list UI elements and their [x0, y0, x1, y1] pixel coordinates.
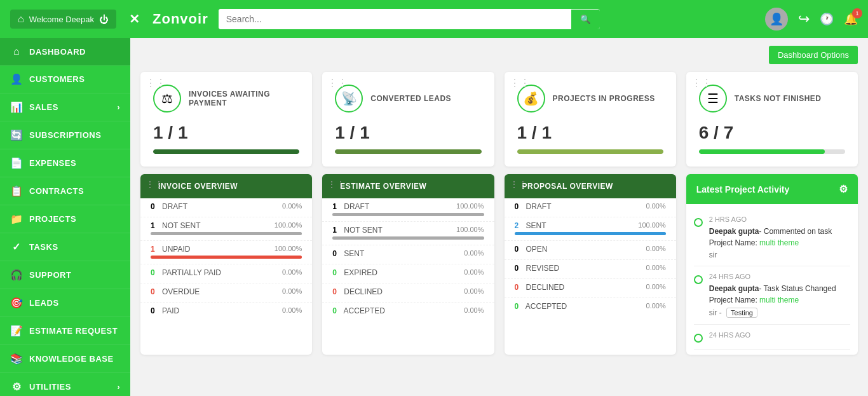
- project-link[interactable]: multi theme: [759, 238, 799, 247]
- notification-badge: 1: [852, 8, 862, 18]
- sidebar-label-estimate: ESTIMATE REQUEST: [29, 326, 118, 336]
- overview-row-item: 0 DRAFT 0.00%: [140, 198, 312, 217]
- support-icon: 🎧: [10, 269, 23, 281]
- sidebar-item-contracts[interactable]: 📋 CONTRACTS: [0, 177, 130, 205]
- top-navigation: ⌂ Welcome Deepak ⏻ ✕ Zonvoir 🔍 👤 ↪ 🕐 🔔 1: [0, 0, 868, 38]
- overview-row-item: 0 OVERDUE 0.00%: [140, 283, 312, 303]
- sidebar-item-utilities[interactable]: ⚙ UTILITIES ›: [0, 373, 130, 396]
- search-icon: 🔍: [580, 15, 591, 24]
- clock-icon[interactable]: 🕐: [820, 12, 834, 26]
- sidebar-item-customers[interactable]: 👤 CUSTOMERS: [0, 65, 130, 93]
- drag-handle-tasks[interactable]: ⋮⋮: [691, 77, 712, 89]
- overview-row-item: 0 EXPIRED 0.00%: [322, 264, 494, 283]
- invoice-rows: 0 DRAFT 0.00% 1 NOT SENT 100.00%: [140, 198, 312, 321]
- estimate-overview-card: ⋮⋮ Estimate Overview 1 DRAFT 100.00% 1: [322, 174, 494, 355]
- overview-row-item: 0 PAID 0.00%: [140, 303, 312, 321]
- sidebar-label-customers: CUSTOMERS: [29, 74, 85, 84]
- activity-time: 24 HRS AGO: [709, 331, 850, 339]
- activity-content: 24 HRS AGO Deepak gupta- Task Status Cha…: [709, 273, 850, 318]
- avatar[interactable]: 👤: [765, 8, 788, 31]
- overview-row-item: 0 DECLINED 0.00%: [505, 279, 676, 298]
- sidebar-label-knowledge: KNOWLEDGE BASE: [29, 354, 114, 364]
- sidebar-item-subscriptions[interactable]: 🔄 SUBSCRIPTIONS: [0, 121, 130, 149]
- sales-arrow-icon: ›: [118, 103, 121, 112]
- overview-row-item: 0 ACCEPTED 0.00%: [505, 298, 676, 317]
- share-icon[interactable]: ↪: [798, 11, 810, 27]
- notification-icon[interactable]: 🔔 1: [844, 12, 858, 26]
- close-icon[interactable]: ✕: [129, 11, 140, 27]
- nav-icons: 👤 ↪ 🕐 🔔 1: [765, 8, 858, 31]
- activity-settings-icon[interactable]: ⚙: [839, 183, 848, 195]
- sidebar-label-tasks: TASKS: [29, 242, 58, 252]
- drag-handle-invoice[interactable]: ⋮⋮: [146, 179, 163, 189]
- overview-row-item: 0 DRAFT 0.00%: [505, 198, 676, 217]
- overview-row-item: 0 ACCEPTED 0.00%: [322, 303, 494, 321]
- sidebar-item-dashboard[interactable]: ⌂ DASHBOARD: [0, 38, 130, 65]
- sidebar-item-leads[interactable]: 🎯 LEADS: [0, 289, 130, 317]
- activity-content: 2 HRS AGO Deepak gupta- Commented on tas…: [709, 215, 850, 259]
- welcome-section[interactable]: ⌂ Welcome Deepak ⏻: [10, 10, 116, 29]
- tasks-label: TASKS NOT FINISHED: [735, 94, 822, 103]
- invoices-bar: [153, 149, 299, 154]
- drag-handle-estimate[interactable]: ⋮⋮: [327, 179, 345, 189]
- activity-item: 2 HRS AGO Deepak gupta- Commented on tas…: [694, 209, 850, 266]
- overview-row-item: 2 SENT 100.00%: [505, 217, 676, 241]
- sidebar-label-support: SUPPORT: [29, 270, 71, 280]
- estimate-overview-header: Estimate Overview: [322, 174, 494, 198]
- sidebar-item-sales[interactable]: 📊 SALES ›: [0, 93, 130, 121]
- welcome-label: Welcome Deepak: [29, 15, 94, 24]
- timeline-dot: [694, 334, 703, 343]
- brand-name: Zonvoir: [153, 11, 208, 27]
- sidebar-item-support[interactable]: 🎧 SUPPORT: [0, 261, 130, 289]
- stat-cards-grid: ⋮⋮ ⚖ INVOICES AWAITING PAYMENT 1 / 1 ⋮⋮ …: [130, 64, 868, 174]
- activity-time: 2 HRS AGO: [709, 215, 850, 223]
- tasks-icon: ✓: [10, 241, 23, 253]
- drag-handle-invoices[interactable]: ⋮⋮: [146, 77, 166, 89]
- home-icon: ⌂: [18, 13, 24, 25]
- project-link[interactable]: multi theme: [759, 296, 799, 304]
- drag-handle-proposal[interactable]: ⋮⋮: [510, 179, 527, 189]
- tasks-bar: [699, 149, 845, 154]
- power-icon[interactable]: ⏻: [99, 14, 109, 25]
- search-input[interactable]: [219, 9, 571, 29]
- activity-title: Latest Project Activity: [696, 184, 790, 195]
- proposal-rows: 0 DRAFT 0.00% 2 SENT 100.00%: [505, 198, 676, 317]
- projects-bar: [517, 149, 663, 154]
- overview-row-item: 0 PARTIALLY PAID 0.00%: [140, 264, 312, 283]
- sidebar-label-contracts: CONTRACTS: [29, 186, 84, 196]
- stat-card-leads: ⋮⋮ 📡 CONVERTED LEADS 1 / 1: [322, 72, 494, 167]
- overview-section: ⋮⋮ Invoice Overview 0 DRAFT 0.00% 1: [130, 174, 868, 365]
- timeline-dot: [694, 218, 703, 227]
- proposal-overview-header: Proposal Overview: [505, 174, 676, 198]
- testing-badge: Testing: [726, 308, 757, 318]
- sidebar-item-knowledge[interactable]: 📚 KNOWLEDGE BASE: [0, 345, 130, 373]
- sidebar-item-projects[interactable]: 📁 PROJECTS: [0, 205, 130, 233]
- activity-time: 24 HRS AGO: [709, 273, 850, 280]
- overview-row-item: 0 SENT 0.00%: [322, 245, 494, 264]
- main-content: Dashboard Options ⋮⋮ ⚖ INVOICES AWAITING…: [130, 38, 868, 396]
- invoices-value: 1 / 1: [153, 123, 299, 143]
- sidebar-label-dashboard: DASHBOARD: [29, 47, 86, 57]
- dashboard-icon: ⌂: [10, 46, 23, 57]
- dashboard-options-button[interactable]: Dashboard Options: [769, 46, 858, 64]
- drag-handle-projects[interactable]: ⋮⋮: [510, 77, 530, 89]
- estimate-rows: 1 DRAFT 100.00% 1 NOT SENT 100.00%: [322, 198, 494, 321]
- drag-handle-leads[interactable]: ⋮⋮: [327, 77, 348, 89]
- invoice-overview-header: Invoice Overview: [140, 174, 312, 198]
- sidebar-item-estimate[interactable]: 📝 ESTIMATE REQUEST: [0, 317, 130, 345]
- overview-row-item: 0 REVISED 0.00%: [505, 260, 676, 279]
- subscriptions-icon: 🔄: [10, 129, 23, 141]
- projects-icon: 📁: [10, 213, 23, 225]
- invoice-overview-card: ⋮⋮ Invoice Overview 0 DRAFT 0.00% 1: [140, 174, 312, 355]
- overview-row-item: 0 OPEN 0.00%: [505, 241, 676, 260]
- proposal-overview-card: ⋮⋮ Proposal Overview 0 DRAFT 0.00% 2: [505, 174, 676, 355]
- overview-row-item: 1 NOT SENT 100.00%: [322, 222, 494, 245]
- sidebar-item-tasks[interactable]: ✓ TASKS: [0, 233, 130, 261]
- sidebar-label-expenses: EXPENSES: [29, 158, 76, 168]
- search-button[interactable]: 🔍: [571, 10, 600, 29]
- utilities-icon: ⚙: [10, 381, 23, 393]
- sidebar-item-expenses[interactable]: 📄 EXPENSES: [0, 149, 130, 177]
- utilities-arrow-icon: ›: [118, 383, 121, 392]
- leads-label: CONVERTED LEADS: [370, 94, 451, 103]
- activity-item: 24 HRS AGO: [694, 325, 850, 350]
